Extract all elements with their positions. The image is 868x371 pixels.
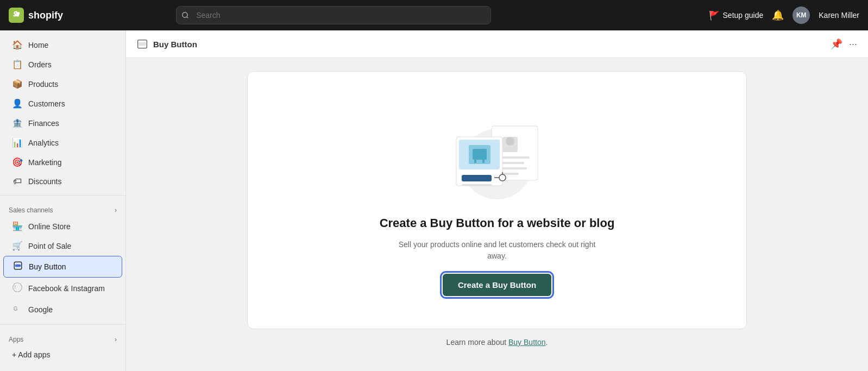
- create-buy-button[interactable]: Create a Buy Button: [443, 274, 551, 296]
- sidebar-item-discounts-label: Discounts: [28, 177, 61, 186]
- page-header: Buy Button 📌 ···: [126, 30, 868, 58]
- sidebar-item-products-label: Products: [28, 80, 58, 89]
- svg-rect-23: [482, 159, 485, 163]
- discounts-icon: 🏷: [12, 177, 23, 186]
- shopify-logo[interactable]: shopify: [9, 8, 63, 23]
- sidebar-item-buy-button[interactable]: Buy Button: [3, 256, 122, 278]
- pin-icon[interactable]: 📌: [831, 38, 842, 50]
- svg-rect-22: [474, 159, 476, 163]
- setup-guide-label: Setup guide: [723, 11, 764, 20]
- svg-rect-24: [462, 175, 492, 181]
- more-options-icon[interactable]: ···: [849, 39, 857, 50]
- sidebar-item-discounts[interactable]: 🏷 Discounts: [3, 172, 122, 191]
- sidebar-item-online-store-label: Online Store: [28, 222, 71, 231]
- shopify-text: shopify: [28, 10, 63, 21]
- learn-more-suffix: .: [546, 338, 548, 347]
- sidebar-item-online-store[interactable]: 🏪 Online Store: [3, 217, 122, 236]
- sidebar-item-customers-label: Customers: [28, 99, 65, 108]
- sidebar: 🏠 Home 📋 Orders 📦 Products 👤 Customers 🏦…: [0, 30, 126, 371]
- main-content: Create a Buy Button for a website or blo…: [126, 58, 868, 360]
- page-header-left: Buy Button: [137, 39, 197, 49]
- learn-more-link[interactable]: Buy Button: [508, 338, 546, 347]
- sidebar-item-marketing[interactable]: 🎯 Marketing: [3, 153, 122, 172]
- sidebar-item-customers[interactable]: 👤 Customers: [3, 94, 122, 113]
- sales-channels-chevron[interactable]: ›: [115, 206, 117, 214]
- page-title: Buy Button: [153, 40, 197, 49]
- sales-channels-label: Sales channels: [9, 206, 53, 214]
- products-icon: 📦: [12, 79, 23, 89]
- buy-button-icon: [12, 261, 23, 273]
- sidebar-item-home-label: Home: [28, 41, 48, 49]
- buy-button-page-icon: [137, 39, 148, 49]
- search-input[interactable]: [176, 6, 491, 24]
- svg-line-2: [187, 17, 188, 18]
- svg-point-13: [506, 137, 514, 146]
- sidebar-item-facebook-instagram-label: Facebook & Instagram: [28, 284, 105, 293]
- shopify-logo-icon: [9, 8, 24, 23]
- analytics-icon: 📊: [12, 137, 23, 148]
- user-name[interactable]: Karen Miller: [819, 11, 859, 20]
- avatar: KM: [792, 7, 810, 24]
- buy-button-illustration: [443, 104, 551, 207]
- sidebar-item-orders[interactable]: 📋 Orders: [3, 55, 122, 74]
- sidebar-item-orders-label: Orders: [28, 60, 52, 69]
- customers-icon: 👤: [12, 98, 23, 109]
- sidebar-item-point-of-sale[interactable]: 🛒 Point of Sale: [3, 236, 122, 255]
- svg-rect-25: [462, 184, 492, 186]
- sidebar-item-pos-label: Point of Sale: [28, 242, 71, 250]
- svg-rect-21: [473, 149, 487, 160]
- sidebar-divider-2: [0, 324, 125, 325]
- add-apps-label: + Add apps: [12, 350, 50, 359]
- home-icon: 🏠: [12, 40, 23, 50]
- sidebar-item-facebook-instagram[interactable]: f Facebook & Instagram: [3, 278, 122, 299]
- learn-more-text: Learn more about: [446, 338, 508, 347]
- top-navigation: shopify 🚩 Setup guide 🔔 KM Karen Miller: [0, 0, 868, 30]
- svg-text:f: f: [15, 285, 16, 290]
- flag-icon: 🚩: [709, 10, 720, 21]
- point-of-sale-icon: 🛒: [12, 241, 23, 251]
- learn-more-section: Learn more about Buy Button.: [446, 338, 548, 347]
- svg-rect-9: [139, 42, 146, 46]
- setup-guide-button[interactable]: 🚩 Setup guide: [709, 10, 764, 21]
- card-subtext: Sell your products online and let custom…: [394, 239, 600, 262]
- page-header-right: 📌 ···: [831, 38, 857, 50]
- topnav-right-section: 🚩 Setup guide 🔔 KM Karen Miller: [709, 7, 859, 24]
- svg-text:G: G: [14, 305, 18, 312]
- sidebar-item-add-apps[interactable]: + Add apps: [3, 346, 122, 363]
- apps-chevron[interactable]: ›: [115, 336, 117, 343]
- search-container: [176, 6, 491, 24]
- card-heading: Create a Buy Button for a website or blo…: [380, 216, 615, 230]
- svg-point-26: [499, 174, 506, 181]
- sidebar-item-analytics-label: Analytics: [28, 139, 59, 147]
- orders-icon: 📋: [12, 59, 23, 70]
- sidebar-item-google[interactable]: G Google: [3, 299, 122, 320]
- sidebar-item-products[interactable]: 📦 Products: [3, 74, 122, 93]
- sidebar-item-home[interactable]: 🏠 Home: [3, 35, 122, 54]
- avatar-initials: KM: [796, 11, 807, 19]
- sidebar-item-google-label: Google: [28, 305, 53, 314]
- main-layout: 🏠 Home 📋 Orders 📦 Products 👤 Customers 🏦…: [0, 30, 868, 371]
- marketing-icon: 🎯: [12, 157, 23, 167]
- search-icon: [181, 11, 189, 19]
- svg-rect-4: [15, 265, 21, 267]
- facebook-instagram-icon: f: [12, 282, 23, 294]
- sidebar-item-buy-button-label: Buy Button: [29, 262, 66, 271]
- sidebar-item-marketing-label: Marketing: [28, 158, 61, 167]
- illustration-svg: [443, 104, 551, 207]
- svg-point-1: [183, 12, 187, 17]
- buy-button-card: Create a Buy Button for a website or blo…: [247, 71, 747, 329]
- sidebar-divider-1: [0, 195, 125, 196]
- apps-section: Apps ›: [0, 329, 125, 345]
- notifications-icon[interactable]: 🔔: [772, 9, 784, 21]
- sidebar-item-analytics[interactable]: 📊 Analytics: [3, 133, 122, 152]
- google-icon: G: [12, 304, 23, 316]
- content-area: Buy Button 📌 ···: [126, 30, 868, 371]
- apps-label: Apps: [9, 336, 23, 343]
- sidebar-item-finances[interactable]: 🏦 Finances: [3, 114, 122, 133]
- finances-icon: 🏦: [12, 118, 23, 128]
- sales-channels-section: Sales channels ›: [0, 200, 125, 216]
- sidebar-item-finances-label: Finances: [28, 119, 59, 128]
- online-store-icon: 🏪: [12, 221, 23, 231]
